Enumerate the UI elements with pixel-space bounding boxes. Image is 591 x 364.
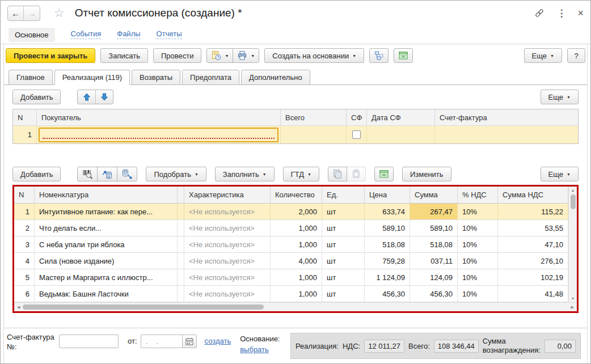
cell-price[interactable]: 589,10 [365,220,410,236]
horizontal-scrollbar[interactable]: ◀ ▶ [14,302,577,311]
cell-unit[interactable]: шт [322,253,365,269]
close-icon[interactable]: × [577,7,584,19]
col-n[interactable]: N [13,109,37,125]
cell-unit[interactable]: шт [322,269,365,285]
fill-button[interactable]: Заполнить ▼ [215,167,275,181]
cell-sum[interactable]: 518,08 [410,236,458,252]
buyers-add-button[interactable]: Добавить [12,90,61,104]
col-price[interactable]: Цена [365,187,410,203]
tab-additional[interactable]: Дополнительно [241,70,310,85]
cell-characteristic[interactable]: <Не используется> [184,204,271,219]
goods-add-button[interactable]: Добавить [12,167,61,181]
cell-sum[interactable]: 124,09 [410,269,458,285]
col-sf[interactable]: СФ [347,109,367,125]
col-characteristic[interactable]: Характеристика [184,187,271,203]
cell-price[interactable]: 759,28 [365,253,410,269]
col-n[interactable]: N [14,187,35,203]
cell-n[interactable]: 5 [14,269,35,285]
get-link-icon[interactable] [534,7,545,19]
cell-sf-date[interactable] [367,126,435,143]
cell-nomenclature[interactable]: С неба упали три яблока [35,236,178,252]
list-settings-button[interactable] [374,167,394,181]
vertical-scroll-thumb[interactable] [571,194,576,209]
cell-total[interactable] [281,126,347,143]
cell-characteristic[interactable]: <Не используется> [184,236,271,252]
calendar-button[interactable] [183,335,197,348]
cell-vat-sum[interactable]: 276,10 [498,253,568,269]
tab-returns[interactable]: Возвраты [132,70,180,85]
cell-n[interactable]: 4 [14,253,35,269]
cell-sum[interactable]: 037,11 [410,253,458,269]
write-button[interactable]: Записать [100,48,148,63]
cell-vat-sum[interactable]: 102,19 [498,269,568,285]
cell-price[interactable]: 518,08 [365,236,410,252]
col-unit[interactable]: Ед. [322,187,365,203]
favorite-star-icon[interactable]: ☆ [54,6,65,20]
cell-price[interactable]: 633,74 [365,204,410,219]
nav-item-files[interactable]: Файлы [117,30,140,39]
back-button[interactable]: ← [8,6,24,20]
cell-quantity[interactable]: 4,000 [271,253,322,269]
cell-vat-percent[interactable]: 10% [458,220,498,236]
cell-characteristic[interactable]: <Не используется> [184,269,271,285]
print-button[interactable]: ▼ [233,48,259,63]
cell-characteristic[interactable]: <Не используется> [184,220,271,236]
move-up-button[interactable] [78,90,95,104]
pick-button[interactable]: Подобрать ▼ [146,167,206,181]
cell-nomenclature[interactable]: Ведьмак: Башня Ласточки [35,286,178,302]
cell-n[interactable]: 2 [14,220,35,236]
cell-quantity[interactable]: 1,000 [271,220,322,236]
cell-vat-percent[interactable]: 10% [458,253,498,269]
buyer-input[interactable] [39,128,278,142]
cell-vat-sum[interactable]: 115,22 [498,204,568,219]
cell-quantity[interactable]: 1,000 [271,286,322,302]
more-button-top[interactable]: Еще ▼ [524,48,562,63]
cell-vat-percent[interactable]: 10% [458,236,498,252]
create-invoice-link[interactable]: создать [205,337,231,345]
cell-n[interactable]: 1 [14,204,35,219]
col-sf-date[interactable]: Дата СФ [367,109,435,125]
goods-more-button[interactable]: Еще ▼ [541,167,579,181]
choose-basis-link[interactable]: выбрать [240,345,269,354]
create-based-on-button[interactable]: Создать на основании ▼ [264,48,364,63]
cell-sum[interactable]: 589,10 [410,220,458,236]
post-and-close-button[interactable]: Провести и закрыть [6,48,95,63]
horizontal-scroll-thumb[interactable] [23,304,264,310]
cell-quantity[interactable]: 2,000 [271,204,322,219]
tab-realization[interactable]: Реализация (119) [54,70,130,85]
copy-rows-button[interactable] [328,167,347,181]
cell-invoice[interactable] [435,126,578,143]
cell-vat-percent[interactable]: 10% [458,286,498,302]
col-sum[interactable]: Сумма [410,187,458,203]
unload-to-terminal-button[interactable] [117,167,137,181]
cell-unit[interactable]: шт [322,220,365,236]
col-vat-percent[interactable]: % НДС [458,187,498,203]
cell-characteristic[interactable]: <Не используется> [184,253,271,269]
cell-vat-sum[interactable]: 41,48 [498,286,568,302]
cell-price[interactable]: 1 124,09 [365,269,410,285]
help-button[interactable]: ? [567,48,585,63]
cell-unit[interactable]: шт [322,286,365,302]
col-buyer[interactable]: Покупатель [37,109,281,125]
load-from-terminal-button[interactable] [97,167,117,181]
invoice-date-input[interactable]: . . [141,335,183,348]
post-button[interactable]: Провести [153,48,202,63]
cell-nomenclature[interactable]: Интуитивное питание: как пере... [35,204,178,219]
cell-nomenclature[interactable]: Сила (новое издание) [35,253,178,269]
cell-quantity[interactable]: 1,000 [271,269,322,285]
barcode-search-button[interactable] [77,167,98,181]
col-nomenclature[interactable]: Номенклатура [35,187,178,203]
move-down-button[interactable] [95,90,113,104]
cell-nomenclature[interactable]: Мастер и Маргарита с иллюстр... [35,269,178,285]
edit-button[interactable]: Изменить [402,167,451,181]
cell-characteristic[interactable]: <Не используется> [184,286,271,302]
forward-button[interactable]: → [24,6,40,20]
cell-quantity[interactable]: 1,000 [271,236,322,252]
nav-item-main[interactable]: Основное [9,28,55,42]
invoice-number-input[interactable] [59,335,119,348]
cell-vat-sum[interactable]: 53,55 [498,220,568,236]
cell-n[interactable]: 6 [14,286,35,302]
col-quantity[interactable]: Количество [271,187,322,203]
scroll-left-icon[interactable]: ◀ [17,305,20,309]
tab-main[interactable]: Главное [9,70,53,85]
